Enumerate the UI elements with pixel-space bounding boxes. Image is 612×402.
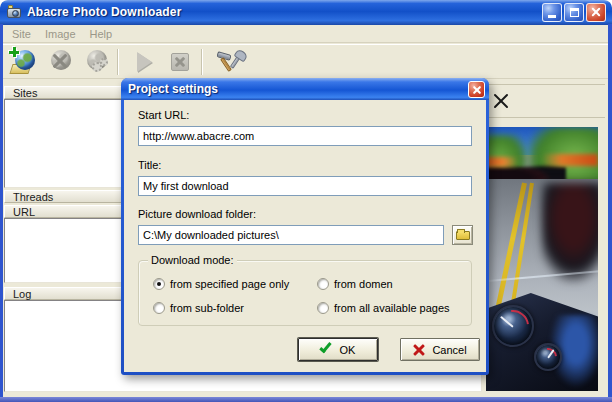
photo-preview <box>486 127 598 391</box>
main-toolbar <box>3 44 608 79</box>
cancel-button-label: Cancel <box>432 344 466 356</box>
start-url-input[interactable] <box>138 126 472 146</box>
cancel-button[interactable]: Cancel <box>400 338 480 361</box>
start-download-button[interactable] <box>126 47 162 77</box>
radio-icon[interactable] <box>317 302 329 314</box>
globe-add-icon <box>11 49 37 74</box>
globe-gears-icon <box>83 49 109 74</box>
radio-from-sub-folder[interactable]: from sub-folder <box>153 302 244 314</box>
maximize-button[interactable] <box>564 3 584 22</box>
minimize-button[interactable] <box>542 3 562 22</box>
maximize-icon <box>570 8 579 17</box>
radio-label: from sub-folder <box>170 302 244 314</box>
browse-folder-button[interactable] <box>452 225 473 245</box>
toolbar-separator <box>201 49 203 75</box>
close-icon <box>592 7 601 16</box>
radio-from-domen[interactable]: from domen <box>317 278 393 290</box>
stop-download-button[interactable] <box>162 47 198 77</box>
minimize-icon <box>548 15 556 18</box>
image-panel <box>482 84 605 392</box>
radio-from-specified-page[interactable]: from specified page only <box>153 278 289 290</box>
app-icon <box>6 4 22 20</box>
x-badge-icon <box>52 53 68 69</box>
dialog-body: Start URL: Title: Picture download folde… <box>124 100 486 372</box>
radio-icon[interactable] <box>153 302 165 314</box>
close-button[interactable] <box>586 3 606 22</box>
download-mode-group: Download mode: from specified page only … <box>138 260 472 326</box>
tools-icon <box>215 49 242 74</box>
ok-button[interactable]: OK <box>298 338 378 361</box>
folder-icon <box>456 231 470 240</box>
app-window: Abacre Photo Downloader Site Image Help <box>0 0 612 402</box>
photo-small-gauge <box>534 343 562 371</box>
radio-label: from specified page only <box>170 278 289 290</box>
cancel-x-icon <box>413 344 425 356</box>
delete-image-button[interactable] <box>490 90 512 112</box>
title-input[interactable] <box>138 176 472 196</box>
menu-site[interactable]: Site <box>7 26 40 42</box>
globe-delete-icon <box>47 49 73 74</box>
radio-icon[interactable] <box>153 278 165 290</box>
photo-orange-blur <box>542 154 598 166</box>
menu-bar: Site Image Help <box>3 25 608 43</box>
project-settings-dialog: Project settings Start URL: Title: Pictu… <box>121 78 489 375</box>
options-button[interactable] <box>210 47 246 77</box>
window-titlebar[interactable]: Abacre Photo Downloader <box>0 0 612 25</box>
menu-image[interactable]: Image <box>40 26 85 42</box>
image-toolbar <box>482 85 605 118</box>
radio-label: from domen <box>334 278 393 290</box>
download-mode-legend: Download mode: <box>148 254 237 266</box>
menu-help[interactable]: Help <box>85 26 122 42</box>
close-icon <box>473 86 481 94</box>
dialog-close-button[interactable] <box>468 81 485 98</box>
delete-site-button[interactable] <box>42 47 78 77</box>
plus-badge-icon <box>9 47 19 57</box>
delete-image-icon <box>493 93 509 109</box>
window-border-right <box>608 24 612 402</box>
window-border-bottom <box>0 397 612 402</box>
radio-from-all-pages[interactable]: from all available pages <box>317 302 450 314</box>
play-icon <box>137 52 152 72</box>
photo-foreground-car <box>542 183 598 283</box>
title-label: Title: <box>138 159 161 171</box>
check-icon <box>319 340 331 353</box>
ok-button-label: OK <box>340 344 356 356</box>
photo-orange-blur <box>486 157 518 167</box>
dialog-title: Project settings <box>128 82 218 96</box>
radio-label: from all available pages <box>334 302 450 314</box>
start-url-label: Start URL: <box>138 109 189 121</box>
folder-input[interactable] <box>138 225 444 245</box>
window-title: Abacre Photo Downloader <box>27 5 182 19</box>
site-settings-button[interactable] <box>78 47 114 77</box>
folder-label: Picture download folder: <box>138 208 256 220</box>
stop-icon <box>171 53 189 71</box>
window-border-left <box>0 24 3 402</box>
photo-speedometer <box>492 305 534 347</box>
dialog-titlebar[interactable]: Project settings <box>121 78 489 100</box>
radio-icon[interactable] <box>317 278 329 290</box>
toolbar-separator <box>117 49 119 75</box>
new-site-button[interactable] <box>6 47 42 77</box>
